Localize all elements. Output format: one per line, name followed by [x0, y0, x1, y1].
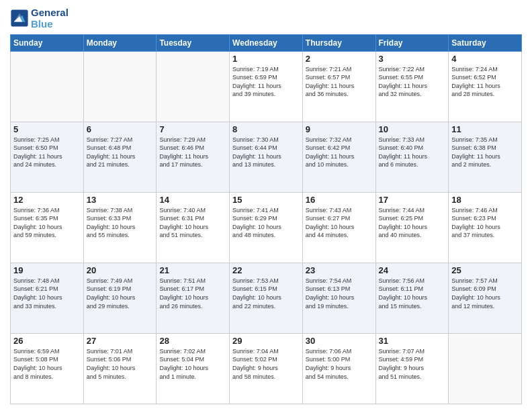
day-header-saturday: Saturday — [449, 34, 522, 51]
day-info: Sunrise: 7:04 AM Sunset: 5:02 PM Dayligh… — [232, 347, 300, 381]
day-number: 31 — [379, 336, 446, 346]
day-cell: 19Sunrise: 7:48 AM Sunset: 6:21 PM Dayli… — [11, 263, 84, 333]
week-row-1: 1Sunrise: 7:19 AM Sunset: 6:59 PM Daylig… — [11, 51, 522, 122]
day-info: Sunrise: 7:06 AM Sunset: 5:00 PM Dayligh… — [306, 347, 373, 381]
day-cell: 22Sunrise: 7:53 AM Sunset: 6:15 PM Dayli… — [230, 263, 303, 333]
day-cell: 26Sunrise: 6:59 AM Sunset: 5:08 PM Dayli… — [11, 333, 84, 404]
day-info: Sunrise: 7:24 AM Sunset: 6:52 PM Dayligh… — [451, 65, 519, 99]
day-cell: 29Sunrise: 7:04 AM Sunset: 5:02 PM Dayli… — [230, 333, 303, 404]
day-info: Sunrise: 7:38 AM Sunset: 6:33 PM Dayligh… — [87, 206, 154, 240]
day-number: 25 — [451, 265, 519, 275]
day-header-wednesday: Wednesday — [230, 34, 303, 51]
day-info: Sunrise: 7:49 AM Sunset: 6:19 PM Dayligh… — [87, 277, 154, 310]
day-info: Sunrise: 7:02 AM Sunset: 5:04 PM Dayligh… — [159, 347, 226, 381]
day-number: 12 — [13, 195, 81, 205]
day-number: 10 — [379, 124, 446, 134]
day-info: Sunrise: 7:51 AM Sunset: 6:17 PM Dayligh… — [159, 277, 226, 310]
day-cell: 15Sunrise: 7:41 AM Sunset: 6:29 PM Dayli… — [230, 192, 303, 263]
day-info: Sunrise: 7:40 AM Sunset: 6:31 PM Dayligh… — [159, 206, 226, 240]
day-info: Sunrise: 6:59 AM Sunset: 5:08 PM Dayligh… — [13, 347, 81, 381]
day-info: Sunrise: 7:27 AM Sunset: 6:48 PM Dayligh… — [87, 136, 154, 169]
day-number: 5 — [13, 124, 81, 134]
day-info: Sunrise: 7:32 AM Sunset: 6:42 PM Dayligh… — [306, 136, 373, 169]
day-number: 27 — [87, 336, 154, 346]
day-number: 3 — [379, 54, 446, 64]
week-row-4: 19Sunrise: 7:48 AM Sunset: 6:21 PM Dayli… — [11, 263, 522, 333]
day-number: 21 — [159, 265, 226, 275]
day-cell: 7Sunrise: 7:29 AM Sunset: 6:46 PM Daylig… — [157, 122, 230, 192]
day-number: 8 — [232, 124, 300, 134]
day-info: Sunrise: 7:21 AM Sunset: 6:57 PM Dayligh… — [306, 65, 373, 99]
day-number: 18 — [451, 195, 519, 205]
day-number: 16 — [306, 195, 373, 205]
day-cell: 25Sunrise: 7:57 AM Sunset: 6:09 PM Dayli… — [449, 263, 522, 333]
day-info: Sunrise: 7:29 AM Sunset: 6:46 PM Dayligh… — [159, 136, 226, 169]
day-info: Sunrise: 7:41 AM Sunset: 6:29 PM Dayligh… — [232, 206, 300, 240]
day-info: Sunrise: 7:44 AM Sunset: 6:25 PM Dayligh… — [379, 206, 446, 240]
header: General Blue — [10, 7, 522, 30]
day-number: 30 — [306, 336, 373, 346]
day-cell: 24Sunrise: 7:56 AM Sunset: 6:11 PM Dayli… — [375, 263, 449, 333]
day-cell — [449, 333, 522, 404]
day-header-monday: Monday — [83, 34, 157, 51]
day-number: 23 — [306, 265, 373, 275]
day-cell: 2Sunrise: 7:21 AM Sunset: 6:57 PM Daylig… — [302, 51, 375, 122]
day-cell: 13Sunrise: 7:38 AM Sunset: 6:33 PM Dayli… — [83, 192, 157, 263]
day-number: 14 — [159, 195, 226, 205]
day-cell — [157, 51, 230, 122]
day-number: 4 — [451, 54, 519, 64]
day-info: Sunrise: 7:25 AM Sunset: 6:50 PM Dayligh… — [13, 136, 81, 169]
day-info: Sunrise: 7:54 AM Sunset: 6:13 PM Dayligh… — [306, 277, 373, 310]
day-cell: 27Sunrise: 7:01 AM Sunset: 5:06 PM Dayli… — [83, 333, 157, 404]
day-number: 26 — [13, 336, 81, 346]
day-header-sunday: Sunday — [11, 34, 84, 51]
day-info: Sunrise: 7:53 AM Sunset: 6:15 PM Dayligh… — [232, 277, 300, 310]
day-cell: 10Sunrise: 7:33 AM Sunset: 6:40 PM Dayli… — [375, 122, 449, 192]
day-info: Sunrise: 7:43 AM Sunset: 6:27 PM Dayligh… — [306, 206, 373, 240]
day-number: 19 — [13, 265, 81, 275]
day-cell: 6Sunrise: 7:27 AM Sunset: 6:48 PM Daylig… — [83, 122, 157, 192]
day-info: Sunrise: 7:01 AM Sunset: 5:06 PM Dayligh… — [87, 347, 154, 381]
day-header-friday: Friday — [375, 34, 449, 51]
day-number: 24 — [379, 265, 446, 275]
day-info: Sunrise: 7:35 AM Sunset: 6:38 PM Dayligh… — [451, 136, 519, 169]
day-number: 29 — [232, 336, 300, 346]
day-cell: 12Sunrise: 7:36 AM Sunset: 6:35 PM Dayli… — [11, 192, 84, 263]
day-cell: 3Sunrise: 7:22 AM Sunset: 6:55 PM Daylig… — [375, 51, 449, 122]
day-cell: 8Sunrise: 7:30 AM Sunset: 6:44 PM Daylig… — [230, 122, 303, 192]
day-cell: 16Sunrise: 7:43 AM Sunset: 6:27 PM Dayli… — [302, 192, 375, 263]
day-cell: 18Sunrise: 7:46 AM Sunset: 6:23 PM Dayli… — [449, 192, 522, 263]
day-cell: 17Sunrise: 7:44 AM Sunset: 6:25 PM Dayli… — [375, 192, 449, 263]
day-cell: 11Sunrise: 7:35 AM Sunset: 6:38 PM Dayli… — [449, 122, 522, 192]
day-info: Sunrise: 7:56 AM Sunset: 6:11 PM Dayligh… — [379, 277, 446, 310]
day-info: Sunrise: 7:22 AM Sunset: 6:55 PM Dayligh… — [379, 65, 446, 99]
day-number: 2 — [306, 54, 373, 64]
day-info: Sunrise: 7:36 AM Sunset: 6:35 PM Dayligh… — [13, 206, 81, 240]
logo: General Blue — [10, 7, 69, 30]
page: General Blue SundayMondayTuesdayWednesda… — [0, 0, 532, 411]
week-row-3: 12Sunrise: 7:36 AM Sunset: 6:35 PM Dayli… — [11, 192, 522, 263]
day-cell: 31Sunrise: 7:07 AM Sunset: 4:59 PM Dayli… — [375, 333, 449, 404]
day-cell: 21Sunrise: 7:51 AM Sunset: 6:17 PM Dayli… — [157, 263, 230, 333]
day-number: 20 — [87, 265, 154, 275]
logo-text: General Blue — [31, 7, 69, 30]
day-cell: 9Sunrise: 7:32 AM Sunset: 6:42 PM Daylig… — [302, 122, 375, 192]
day-number: 9 — [306, 124, 373, 134]
day-info: Sunrise: 7:48 AM Sunset: 6:21 PM Dayligh… — [13, 277, 81, 310]
day-number: 1 — [232, 54, 300, 64]
day-info: Sunrise: 7:33 AM Sunset: 6:40 PM Dayligh… — [379, 136, 446, 169]
week-row-5: 26Sunrise: 6:59 AM Sunset: 5:08 PM Dayli… — [11, 333, 522, 404]
day-header-tuesday: Tuesday — [157, 34, 230, 51]
day-number: 22 — [232, 265, 300, 275]
day-number: 11 — [451, 124, 519, 134]
day-info: Sunrise: 7:07 AM Sunset: 4:59 PM Dayligh… — [379, 347, 446, 381]
day-cell — [11, 51, 84, 122]
day-number: 28 — [159, 336, 226, 346]
day-number: 6 — [87, 124, 154, 134]
day-number: 17 — [379, 195, 446, 205]
day-info: Sunrise: 7:46 AM Sunset: 6:23 PM Dayligh… — [451, 206, 519, 240]
day-info: Sunrise: 7:19 AM Sunset: 6:59 PM Dayligh… — [232, 65, 300, 99]
day-cell: 30Sunrise: 7:06 AM Sunset: 5:00 PM Dayli… — [302, 333, 375, 404]
header-row: SundayMondayTuesdayWednesdayThursdayFrid… — [11, 34, 522, 51]
calendar-table: SundayMondayTuesdayWednesdayThursdayFrid… — [10, 34, 522, 405]
